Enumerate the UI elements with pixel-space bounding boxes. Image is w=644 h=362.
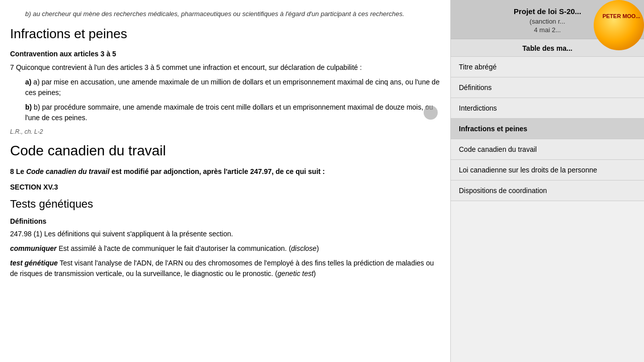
sidebar-item-definitions[interactable]: Définitions — [451, 77, 644, 98]
sidebar-item-titre-abrege[interactable]: Titre abrégé — [451, 57, 644, 77]
intro-b-text: b) au chercheur qui mène des recherches … — [25, 9, 440, 19]
statute-ref: L.R., ch. L-2 — [10, 127, 440, 136]
sidebar-item-interdictions[interactable]: Interdictions — [451, 98, 644, 119]
sidebar-header-subtitle1: (sanction r... — [459, 18, 636, 25]
sidebar-header-title: Projet de loi S-20... — [459, 6, 636, 17]
sidebar-item-infractions-peines[interactable]: Infractions et peines — [451, 119, 644, 139]
sidebar-item-dispositions[interactable]: Dispositions de coordination — [451, 180, 644, 201]
sidebar: PETER MOO... Projet de loi S-20... (sanc… — [450, 0, 644, 362]
section1-title: Infractions et peines — [10, 24, 440, 44]
sidebar-item-loi-droits[interactable]: Loi canadienne sur les droits de la pers… — [451, 160, 644, 180]
code-title: Code canadien du travail — [10, 140, 440, 161]
term2: test génétique — [10, 259, 58, 267]
sidebar-item-label: Interdictions — [459, 104, 497, 112]
definitions-label: Définitions — [10, 216, 440, 227]
term1: communiquer — [10, 244, 57, 252]
pena-b-label: b) — [25, 103, 32, 111]
pena-a-label: a) — [25, 78, 31, 86]
scroll-indicator[interactable] — [424, 106, 438, 120]
pena-a-text: a) par mise en accusation, une amende ma… — [25, 78, 440, 97]
sidebar-item-label: Loi canadienne sur les droits de la pers… — [459, 166, 597, 174]
contravention-label: Contravention aux articles 3 à 5 — [10, 49, 440, 59]
sidebar-item-label: Code canadien du travail — [459, 145, 537, 153]
def1-text: Est assimilé à l'acte de communiquer le … — [58, 244, 318, 252]
sidebar-item-label: Infractions et peines — [459, 125, 527, 133]
sidebar-item-label: Définitions — [459, 83, 492, 92]
sidebar-item-label: Titre abrégé — [459, 63, 497, 71]
article8-text: 8 Le Code canadien du travail est modifi… — [10, 166, 440, 177]
pena-b: b) b) par procédure sommaire, une amende… — [25, 102, 440, 123]
term2-def: test génétique Test visant l'analyse de … — [10, 258, 440, 279]
sidebar-header-subtitle2: 4 mai 2... — [459, 26, 636, 34]
penalties-block: a) a) par mise en accusation, une amende… — [25, 77, 440, 123]
def2-text: Test visant l'analyse de l'ADN, de l'ARN… — [10, 259, 434, 278]
sidebar-nav-label: Table des ma... — [451, 39, 644, 57]
article7-text: 7 Quiconque contrevient à l'un des artic… — [10, 62, 440, 73]
sidebar-header: Projet de loi S-20... (sanction r... 4 m… — [451, 0, 644, 39]
main-content: b) au chercheur qui mène des recherches … — [0, 0, 450, 362]
tests-title: Tests génétiques — [10, 196, 440, 212]
pena-a: a) a) par mise en accusation, une amende… — [25, 77, 440, 98]
section-label: SECTION XV.3 — [10, 182, 440, 193]
article247: 247.98 (1) Les définitions qui suivent s… — [10, 229, 440, 239]
pena-b-text: b) par procédure sommaire, une amende ma… — [25, 103, 433, 122]
term1-def: communiquer Est assimilé à l'acte de com… — [10, 243, 440, 254]
sidebar-item-code-canadien[interactable]: Code canadien du travail — [451, 139, 644, 160]
sidebar-item-label: Dispositions de coordination — [459, 187, 547, 195]
